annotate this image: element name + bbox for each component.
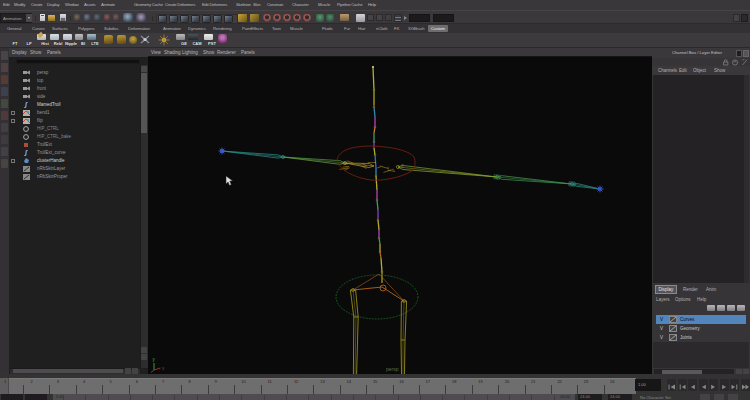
svg-text:persp: persp [386, 366, 399, 372]
svg-text:y: y [153, 357, 156, 362]
svg-text:x: x [162, 366, 165, 371]
